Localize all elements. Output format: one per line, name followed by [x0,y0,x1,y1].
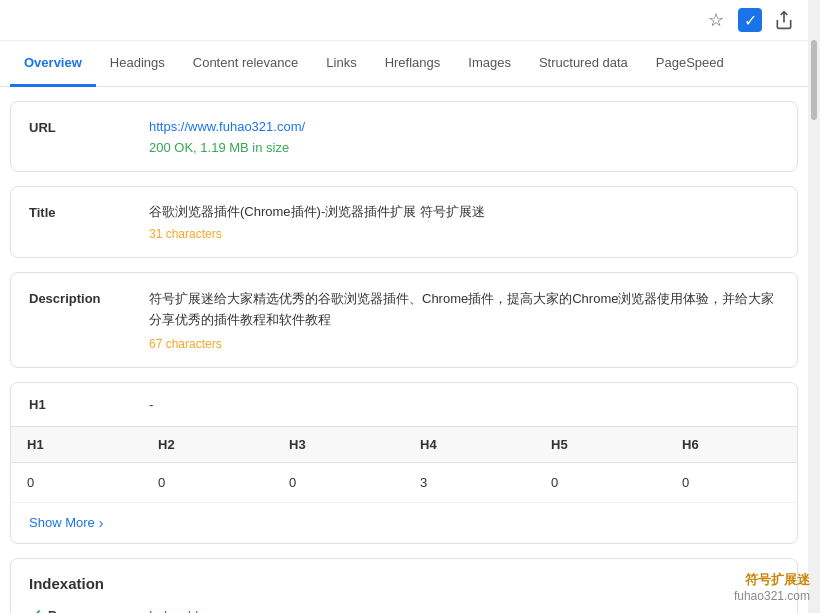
show-more-label: Show More [29,515,95,530]
page-label: ✓ Page [29,606,129,613]
tab-headings[interactable]: Headings [96,41,179,87]
show-more-row: Show More › [11,503,797,543]
top-bar: ☆ ✓ [0,0,808,41]
checkbox-icon[interactable]: ✓ [738,8,762,32]
tab-hreflangs[interactable]: Hreflangs [371,41,455,87]
tab-content-relevance[interactable]: Content relevance [179,41,313,87]
tab-pagespeed[interactable]: PageSpeed [642,41,738,87]
tab-overview[interactable]: Overview [10,41,96,87]
title-text: 谷歌浏览器插件(Chrome插件)-浏览器插件扩展 符号扩展迷 [149,203,779,221]
val-h5: 0 [535,462,666,502]
tab-structured-data[interactable]: Structured data [525,41,642,87]
val-h4: 3 [404,462,535,502]
col-h1: H1 [11,427,142,463]
val-h1: 0 [11,462,142,502]
val-h2: 0 [142,462,273,502]
description-label: Description [29,289,129,306]
description-content: 符号扩展迷给大家精选优秀的谷歌浏览器插件、Chrome插件，提高大家的Chrom… [149,289,779,351]
indexation-card: Indexation ✓ Page Indexable [10,558,798,613]
h1-label: H1 [29,397,129,412]
description-char-count: 67 characters [149,337,779,351]
url-label: URL [29,118,129,135]
content-area: URL https://www.fuhao321.com/ 200 OK, 1.… [0,87,808,613]
headings-header-row: H1 H2 H3 H4 H5 H6 [11,427,797,463]
col-h5: H5 [535,427,666,463]
title-char-count: 31 characters [149,227,779,241]
indexation-row: ✓ Page Indexable [29,606,779,613]
star-icon[interactable]: ☆ [704,8,728,32]
show-more-button[interactable]: Show More › [29,515,103,531]
headings-data-row: 0 0 0 3 0 0 [11,462,797,502]
h1-header: H1 - [11,383,797,427]
col-h3: H3 [273,427,404,463]
tab-images[interactable]: Images [454,41,525,87]
col-h6: H6 [666,427,797,463]
title-label: Title [29,203,129,220]
indexation-title: Indexation [29,575,779,592]
url-card: URL https://www.fuhao321.com/ 200 OK, 1.… [10,101,798,172]
title-card: Title 谷歌浏览器插件(Chrome插件)-浏览器插件扩展 符号扩展迷 31… [10,186,798,258]
chevron-right-icon: › [99,515,104,531]
scrollbar-track[interactable] [808,0,820,613]
headings-table: H1 H2 H3 H4 H5 H6 0 0 0 3 [11,427,797,503]
indexable-status[interactable]: Indexable [149,608,205,613]
url-status: 200 OK, 1.19 MB in size [149,140,779,155]
description-card: Description 符号扩展迷给大家精选优秀的谷歌浏览器插件、Chrome插… [10,272,798,368]
col-h4: H4 [404,427,535,463]
h1-value: - [149,397,153,412]
url-link[interactable]: https://www.fuhao321.com/ [149,119,305,134]
nav-tabs: Overview Headings Content relevance Link… [0,41,808,87]
h1-card: H1 - H1 H2 H3 H4 H5 H6 [10,382,798,544]
url-content: https://www.fuhao321.com/ 200 OK, 1.19 M… [149,118,779,155]
val-h3: 0 [273,462,404,502]
title-content: 谷歌浏览器插件(Chrome插件)-浏览器插件扩展 符号扩展迷 31 chara… [149,203,779,241]
val-h6: 0 [666,462,797,502]
description-text: 符号扩展迷给大家精选优秀的谷歌浏览器插件、Chrome插件，提高大家的Chrom… [149,289,779,331]
share-icon[interactable] [772,8,796,32]
tab-links[interactable]: Links [312,41,370,87]
check-icon: ✓ [29,606,42,613]
col-h2: H2 [142,427,273,463]
scrollbar-thumb[interactable] [811,40,817,120]
